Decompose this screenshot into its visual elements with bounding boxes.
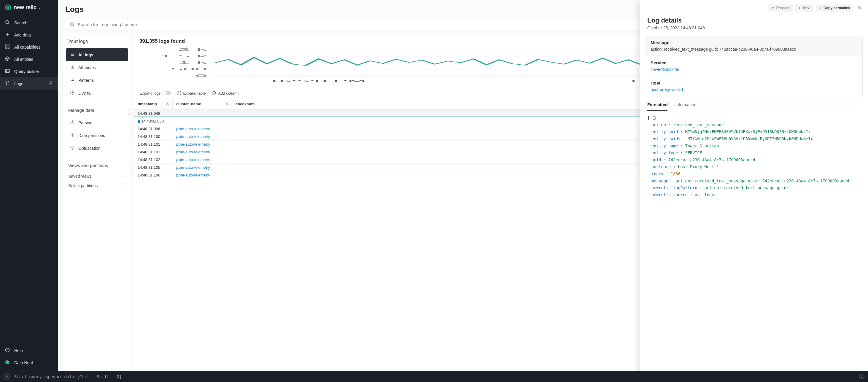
remove-column-icon[interactable]: × bbox=[225, 101, 228, 106]
logs-nav-live-tail[interactable]: Live tail bbox=[66, 87, 128, 99]
column-header-cluster[interactable]: cluster_name × bbox=[173, 98, 232, 109]
json-attribute-row[interactable]: hostname : host-Proxy-West-1 bbox=[647, 163, 860, 170]
manage-item-parsing[interactable]: Parsing bbox=[66, 116, 128, 129]
json-attribute-row[interactable]: entity.name : Tower-Stockton bbox=[647, 142, 860, 150]
plus-icon bbox=[5, 32, 10, 38]
add-column-button[interactable]: Add column bbox=[212, 91, 239, 96]
cell-cluster bbox=[173, 118, 232, 125]
share-icon bbox=[818, 6, 822, 10]
json-key: newrelic.logPattern bbox=[651, 185, 697, 190]
cluster-link[interactable]: pixie-auto-telemetry bbox=[176, 173, 210, 177]
svg-rect-9 bbox=[8, 47, 9, 49]
cluster-link[interactable]: pixie-auto-telemetry bbox=[176, 142, 210, 147]
expand-logs-toggle[interactable]: Expand logs bbox=[140, 91, 171, 96]
svg-point-24 bbox=[73, 78, 74, 79]
toggle-switch[interactable] bbox=[162, 91, 171, 95]
sidebar-bottom-data-nerd[interactable]: Data Nerd bbox=[0, 356, 58, 369]
svg-point-23 bbox=[72, 78, 73, 79]
cluster-link[interactable]: pixie-auto-telemetry bbox=[176, 134, 210, 139]
cell-timestamp: 14:48:31.048 bbox=[134, 110, 173, 117]
svg-marker-13 bbox=[6, 360, 9, 364]
svg-line-15 bbox=[73, 25, 74, 26]
sidebar-bottom-help[interactable]: Help bbox=[0, 344, 58, 356]
expand-table-button[interactable]: Expand table bbox=[177, 91, 206, 96]
search-icon bbox=[69, 22, 75, 27]
host-link[interactable]: host-proxy-west-1 bbox=[651, 87, 683, 92]
cell-cluster: pixie-auto-telemetry bbox=[173, 133, 232, 140]
json-key: entity.guid bbox=[651, 129, 678, 134]
json-attribute-row[interactable]: message : action: received_text_message … bbox=[647, 178, 860, 185]
sidebar-item-search[interactable]: Search bbox=[0, 17, 58, 29]
sidebar-item-all-entities[interactable]: All entities bbox=[0, 53, 58, 65]
json-key: guid bbox=[651, 158, 661, 162]
cluster-link[interactable]: pixie-auto-telemetry bbox=[176, 150, 210, 154]
sidebar-item-label: Help bbox=[14, 348, 23, 353]
json-attribute-row[interactable]: newrelic.logPattern : action: received_t… bbox=[647, 185, 860, 192]
manage-item-data-partitions[interactable]: Data partitions bbox=[66, 129, 128, 142]
svg-rect-42 bbox=[653, 116, 655, 119]
json-attribute-row[interactable]: newrelic.source : api.logs bbox=[647, 192, 860, 199]
previous-log-button[interactable]: Previous bbox=[768, 4, 793, 11]
logs-nav-patterns[interactable]: Patterns bbox=[66, 74, 128, 87]
json-attribute-row[interactable]: action : received_text_message bbox=[647, 122, 860, 129]
clipboard-icon[interactable] bbox=[652, 116, 656, 120]
cell-timestamp: 14:48:31.096 bbox=[134, 125, 173, 133]
tab-unformatted[interactable]: Unformatted bbox=[673, 102, 696, 110]
arrow-up-icon bbox=[771, 6, 775, 10]
sidebar-item-all-capabilities[interactable]: All capabilities bbox=[0, 41, 58, 53]
cell-timestamp: 14:48:31.106 bbox=[134, 171, 173, 179]
pin-icon[interactable] bbox=[48, 81, 53, 87]
terminal-prompt: Start querying your data [Ctrl + Shift +… bbox=[14, 374, 122, 379]
sidebar-item-add-data[interactable]: Add data bbox=[0, 29, 58, 41]
json-value: host-Proxy-West-1 bbox=[678, 164, 719, 169]
cluster-link[interactable]: pixie-auto-telemetry bbox=[176, 127, 210, 131]
views-item-label: Saved views bbox=[68, 174, 92, 179]
info-icon[interactable]: i bbox=[859, 374, 864, 379]
close-panel-button[interactable]: × bbox=[855, 3, 864, 13]
plus-circle-icon bbox=[212, 91, 216, 96]
json-value: 742eccaa-c230-48a4-8c7a-f709003aaecd bbox=[669, 158, 755, 162]
gear-icon bbox=[70, 133, 75, 138]
message-value: action: received_text_message guid: 742e… bbox=[651, 47, 857, 52]
views-item-saved-views[interactable]: Saved views› bbox=[66, 171, 128, 181]
views-item-select-partitions[interactable]: Select partitions› bbox=[66, 181, 128, 190]
svg-line-3 bbox=[8, 23, 9, 24]
sidebar-item-label: Add data bbox=[14, 33, 31, 37]
column-header-timestamp[interactable]: timestamp × bbox=[134, 98, 173, 109]
json-value: api.logs bbox=[695, 192, 714, 197]
svg-marker-29 bbox=[72, 92, 73, 93]
logs-nav-all-logs[interactable]: All logs bbox=[66, 49, 128, 61]
cluster-link[interactable]: pixie-auto-telemetry bbox=[176, 165, 210, 170]
svg-point-14 bbox=[70, 23, 73, 26]
cell-cluster bbox=[173, 110, 232, 117]
remove-column-icon[interactable]: × bbox=[166, 101, 169, 106]
json-key: entity.guids bbox=[651, 136, 681, 141]
manage-item-obfuscation[interactable]: Obfuscation bbox=[66, 142, 128, 155]
json-attribute-row[interactable]: guid : 742eccaa-c230-48a4-8c7a-f709003aa… bbox=[647, 157, 860, 164]
terminal-collapse-button[interactable] bbox=[4, 373, 10, 380]
manage-data-heading: Manage data bbox=[66, 99, 128, 116]
document-icon bbox=[5, 81, 10, 87]
json-attribute-row[interactable]: index : 1866 bbox=[647, 170, 860, 178]
query-terminal-bar[interactable]: Start querying your data [Ctrl + Shift +… bbox=[0, 371, 868, 382]
sidebar-item-label: Data Nerd bbox=[14, 360, 33, 365]
chart-y-tick: 2 k bbox=[178, 48, 207, 51]
newrelic-logo-icon bbox=[5, 4, 11, 11]
svg-rect-6 bbox=[6, 45, 7, 46]
logs-nav-attributes[interactable]: Attributes bbox=[66, 61, 128, 74]
json-attribute-row[interactable]: entity.guids : MTYwNjg2MnxFWFR8U0VSVklDR… bbox=[647, 135, 860, 142]
sidebar-item-label: Search bbox=[14, 21, 27, 25]
svg-marker-1 bbox=[6, 6, 9, 9]
service-link[interactable]: Tower-Stockton bbox=[651, 67, 679, 72]
sidebar-item-logs[interactable]: Logs bbox=[0, 77, 58, 90]
copy-permalink-button[interactable]: Copy permalink bbox=[815, 4, 853, 11]
json-attribute-row[interactable]: entity.type : SERVICE bbox=[647, 150, 860, 157]
collapse-panel-button[interactable]: ‹ bbox=[128, 109, 131, 118]
cluster-link[interactable]: pixie-auto-telemetry bbox=[176, 158, 210, 162]
json-attribute-row[interactable]: entity.guid : MTYwNjg2MnxFWFR8U0VSVklDRX… bbox=[647, 128, 860, 135]
next-log-button[interactable]: Next bbox=[795, 4, 813, 11]
tab-formatted[interactable]: Formatted bbox=[647, 102, 668, 111]
chart-y-tick: 0 bbox=[195, 74, 207, 77]
sidebar-item-query-builder[interactable]: Query builder bbox=[0, 65, 58, 77]
brand-logo[interactable]: new relic. bbox=[0, 0, 58, 15]
